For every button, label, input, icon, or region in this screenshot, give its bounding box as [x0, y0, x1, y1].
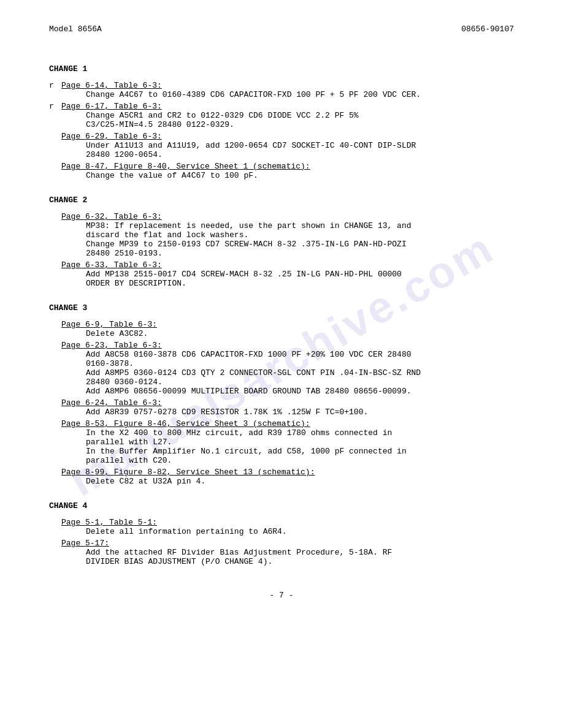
page-header: Model 8656A 08656-90107 [49, 25, 514, 34]
entry-change3-5: Page 8-99, Figure 8-82, Service Sheet 13… [49, 468, 514, 486]
entry-line-7: Delete A3C82. [86, 329, 514, 338]
entry-content-11: Page 8-99, Figure 8-82, Service Sheet 13… [61, 468, 514, 486]
entry-change2-1: Page 6-32, Table 6-3: MP38: If replaceme… [49, 212, 514, 258]
entry-change3-2: Page 6-23, Table 6-3: Add A8C58 0160-387… [49, 341, 514, 396]
entry-title-5: Page 6-32, Table 6-3: [61, 212, 162, 221]
entry-line-1-1: Change A4C67 to 0160-4389 CD6 CAPACITOR-… [86, 90, 421, 99]
entry-title-11: Page 8-99, Figure 8-82, Service Sheet 13… [61, 468, 315, 477]
entry-change1-3: Page 6-29, Table 6-3: Under A11U13 and A… [49, 132, 514, 159]
change-1-heading: CHANGE 1 [49, 64, 514, 74]
entry-title-4: Page 8-47, Figure 8-40, Service Sheet 1 … [61, 162, 310, 171]
entry-line-12: Delete all information pertaining to A6R… [86, 527, 514, 536]
entry-line-11: Delete C82 at U32A pin 4. [86, 477, 514, 486]
entry-content-2: Page 6-17, Table 6-3: Change A5CR1 and C… [61, 102, 514, 129]
change-2-heading: CHANGE 2 [49, 195, 514, 205]
entry-content-8: Page 6-23, Table 6-3: Add A8C58 0160-387… [61, 341, 514, 396]
entry-content-4: Page 8-47, Figure 8-40, Service Sheet 1 … [61, 162, 514, 180]
entry-content-5: Page 6-32, Table 6-3: MP38: If replaceme… [61, 212, 514, 258]
entry-change1-4: Page 8-47, Figure 8-40, Service Sheet 1 … [49, 162, 514, 180]
page-footer: - 7 - [49, 591, 514, 600]
entry-change3-3: Page 6-24, Table 6-3: Add A8R39 0757-027… [49, 398, 514, 417]
entry-title-13: Page 5-17: [61, 539, 109, 548]
entry-content-12: Page 5-1, Table 5-1: Delete all informat… [61, 518, 514, 536]
entry-change3-1: Page 6-9, Table 6-3: Delete A3C82. [49, 320, 514, 338]
model-number: Model 8656A [49, 25, 102, 34]
entry-line-9: Add A8R39 0757-0278 CD9 RESISTOR 1.78K 1… [86, 408, 514, 417]
entry-line-10: In the X2 400 to 800 MHz circuit, add R3… [86, 428, 514, 465]
entry-content-1: Page 6-14, Table 6-3: Change A4C67 to 01… [61, 81, 514, 99]
entry-content-7: Page 6-9, Table 6-3: Delete A3C82. [61, 320, 514, 338]
page: Model 8656A 08656-90107 manualsarchive.c… [0, 0, 563, 728]
entry-title-10: Page 8-53, Figure 8-46, Service Sheet 3 … [61, 419, 310, 428]
r-marker-1: r [49, 81, 61, 90]
entry-change2-2: Page 6-33, Table 6-3: Add MP138 2515-001… [49, 260, 514, 288]
entry-title-3: Page 6-29, Table 6-3: [61, 132, 162, 141]
entry-title-7: Page 6-9, Table 6-3: [61, 320, 157, 329]
document-number: 08656-90107 [461, 25, 514, 34]
entry-title-12: Page 5-1, Table 5-1: [61, 518, 157, 527]
entry-line-2-1: Change A5CR1 and CR2 to 0122-0329 CD6 DI… [86, 111, 514, 129]
entry-line-6: Add MP138 2515-0017 CD4 SCREW-MACH 8-32 … [86, 270, 514, 288]
entry-change4-1: Page 5-1, Table 5-1: Delete all informat… [49, 518, 514, 536]
entry-content-6: Page 6-33, Table 6-3: Add MP138 2515-001… [61, 260, 514, 288]
entry-change3-4: Page 8-53, Figure 8-46, Service Sheet 3 … [49, 419, 514, 465]
entry-title-8: Page 6-23, Table 6-3: [61, 341, 162, 350]
main-content: CHANGE 1 r Page 6-14, Table 6-3: Change … [49, 64, 514, 566]
entry-title-9: Page 6-24, Table 6-3: [61, 398, 162, 408]
entry-content-3: Page 6-29, Table 6-3: Under A11U13 and A… [61, 132, 514, 159]
change-3-heading: CHANGE 3 [49, 303, 514, 313]
entry-line-5: MP38: If replacement is needed, use the … [86, 221, 514, 258]
entry-content-9: Page 6-24, Table 6-3: Add A8R39 0757-027… [61, 398, 514, 417]
entry-line-8: Add A8C58 0160-3878 CD6 CAPACITOR-FXD 10… [86, 350, 514, 396]
entry-line-4-1: Change the value of A4C67 to 100 pF. [86, 171, 514, 180]
entry-title-1: Page 6-14, Table 6-3: [61, 81, 162, 90]
entry-line-13: Add the attached RF Divider Bias Adjustm… [86, 548, 514, 566]
page-number: - 7 - [269, 591, 293, 600]
entry-line-3-1: Under A11U13 and A11U19, add 1200-0654 C… [86, 141, 514, 159]
entry-change1-1: r Page 6-14, Table 6-3: Change A4C67 to … [49, 81, 514, 99]
entry-change1-2: r Page 6-17, Table 6-3: Change A5CR1 and… [49, 102, 514, 129]
entry-content-13: Page 5-17: Add the attached RF Divider B… [61, 539, 514, 566]
change-4-heading: CHANGE 4 [49, 501, 514, 510]
entry-title-6: Page 6-33, Table 6-3: [61, 260, 162, 270]
entry-title-2: Page 6-17, Table 6-3: [61, 102, 162, 111]
r-marker-2: r [49, 102, 61, 111]
entry-content-10: Page 8-53, Figure 8-46, Service Sheet 3 … [61, 419, 514, 465]
entry-change4-2: Page 5-17: Add the attached RF Divider B… [49, 539, 514, 566]
